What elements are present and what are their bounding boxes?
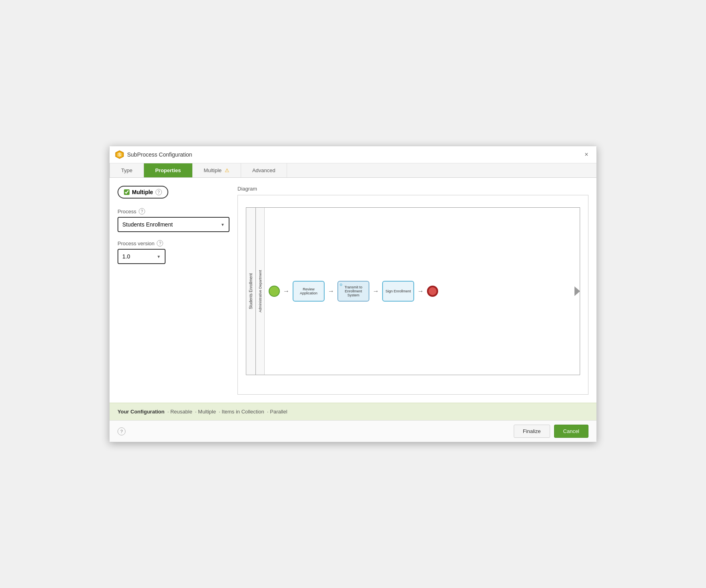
arrow-3: → [373, 288, 379, 295]
main-content: Multiple ? Process ? Students Enrollment… [110, 178, 596, 403]
multiple-checkbox-label: Multiple [132, 189, 153, 195]
right-panel: Diagram Students Enrollment [237, 186, 588, 395]
title-bar: S SubProcess Configuration × [110, 146, 596, 163]
bpmn-task-review: Review Application [293, 281, 325, 302]
config-parallel: Parallel [270, 409, 287, 415]
process-field-label: Process ? [118, 208, 229, 215]
finalize-button[interactable]: Finalize [514, 425, 550, 438]
footer: ? Finalize Cancel [110, 420, 596, 442]
app-icon: S [115, 150, 124, 159]
version-select[interactable]: 1.0 2.0 [118, 250, 165, 263]
tab-properties[interactable]: Properties [144, 163, 192, 177]
tab-multiple[interactable]: Multiple ⚠ [193, 163, 241, 177]
version-select-wrapper[interactable]: 1.0 2.0 ▼ [118, 249, 166, 264]
dialog-title: SubProcess Configuration [127, 151, 192, 158]
your-config-label: Your Configuration [118, 409, 164, 415]
config-items: · Reusable · Multiple · Items in Collect… [166, 409, 287, 415]
pool-lanes: Administrative Department → Revie [256, 208, 580, 375]
process-help-icon[interactable]: ? [139, 208, 145, 215]
arrow-1: → [283, 288, 289, 295]
arrow-2: → [328, 288, 334, 295]
title-bar-left: S SubProcess Configuration [115, 150, 192, 159]
diagram-inner: Students Enrollment Administrative Depar… [238, 195, 588, 387]
subprocess-configuration-dialog: S SubProcess Configuration × Type Proper… [109, 146, 597, 442]
process-select-wrapper[interactable]: Students Enrollment Other Process ▼ [118, 217, 229, 232]
pool-header: Students Enrollment [246, 208, 256, 375]
footer-left: ? [118, 427, 126, 435]
bpmn-pool: Students Enrollment Administrative Depar… [246, 207, 580, 375]
version-help-icon[interactable]: ? [157, 240, 163, 246]
multiple-checkbox-group[interactable]: Multiple ? [118, 186, 168, 199]
lane-content: → Review Application → ⚙ [265, 208, 580, 375]
config-bar: Your Configuration · Reusable · Multiple… [110, 403, 596, 420]
diagram-label: Diagram [237, 186, 588, 192]
config-reusable: Reusable [170, 409, 192, 415]
process-version-field-label: Process version ? [118, 240, 229, 246]
close-button[interactable]: × [582, 150, 591, 159]
multiple-checkbox[interactable] [124, 189, 130, 195]
pool-end-arrow [574, 286, 580, 296]
svg-text:S: S [118, 153, 121, 157]
tabs-bar: Type Properties Multiple ⚠ Advanced [110, 163, 596, 178]
process-select[interactable]: Students Enrollment Other Process [118, 218, 229, 231]
lane-administrative: Administrative Department → Revie [256, 208, 580, 375]
cancel-button[interactable]: Cancel [554, 425, 588, 438]
diagram-container: Students Enrollment Administrative Depar… [237, 195, 588, 395]
bpmn-start-event [269, 286, 280, 297]
pool-title: Students Enrollment [249, 273, 253, 309]
service-task-icon: ⚙ [339, 283, 343, 287]
bpmn-task-transmit: ⚙ Transmit to Enrollment System [337, 281, 369, 302]
lane-header: Administrative Department [256, 208, 265, 375]
lane-title: Administrative Department [258, 270, 262, 312]
config-multiple: Multiple [198, 409, 216, 415]
multiple-warning-icon: ⚠ [225, 167, 229, 173]
footer-help-button[interactable]: ? [118, 427, 126, 435]
arrow-4: → [417, 288, 424, 295]
left-panel: Multiple ? Process ? Students Enrollment… [118, 186, 229, 395]
tab-advanced[interactable]: Advanced [241, 163, 287, 177]
tab-type[interactable]: Type [110, 163, 144, 177]
bpmn-task-sign: Sign Enrollment [382, 281, 414, 302]
footer-right: Finalize Cancel [514, 425, 588, 438]
multiple-help-icon[interactable]: ? [156, 189, 162, 195]
config-items-in-collection: Items in Collection [222, 409, 264, 415]
bpmn-end-event [427, 286, 438, 297]
